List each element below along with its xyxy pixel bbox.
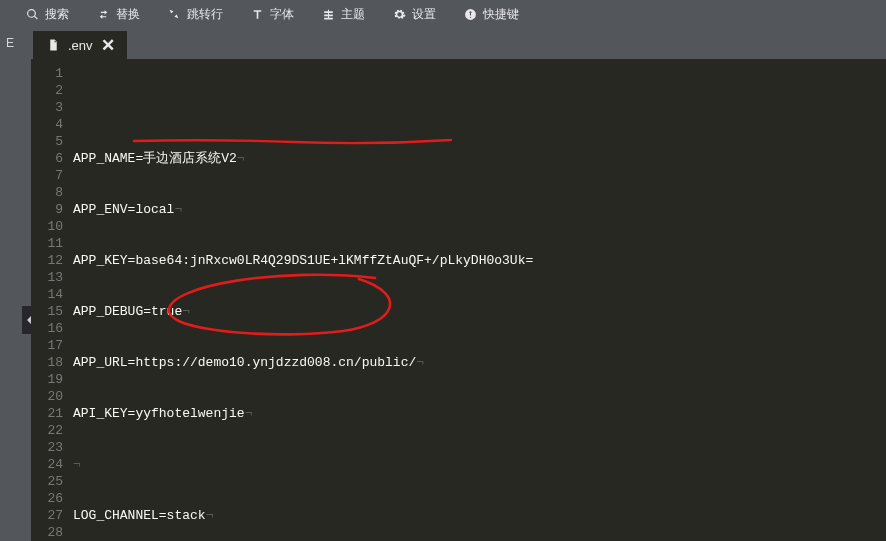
newline-icon: ¬ <box>416 355 424 370</box>
toolbar-shortcuts-button[interactable]: 快捷键 <box>450 0 533 28</box>
theme-icon <box>322 8 335 21</box>
newline-icon: ¬ <box>182 304 190 319</box>
tab-env[interactable]: .env ✕ <box>33 31 127 59</box>
newline-icon: ¬ <box>237 151 245 166</box>
gotoline-icon <box>168 8 181 21</box>
code-text: APP_KEY=base64:jnRxcw0LR4Q29DS1UE+lKMffZ… <box>73 253 533 268</box>
lineno: 18 <box>31 354 63 371</box>
lineno: 24 <box>31 456 63 473</box>
main-area: E .env ✕ 1 2 3 4 5 6 7 8 9 10 <box>0 28 886 541</box>
lineno: 23 <box>31 439 63 456</box>
sidebar-item-file[interactable]: E <box>0 28 31 58</box>
lineno: 19 <box>31 371 63 388</box>
lineno: 12 <box>31 252 63 269</box>
code-text: APP_ENV=local <box>73 202 174 217</box>
lineno: 6 <box>31 150 63 167</box>
code-text: APP_NAME=手边酒店系统V2 <box>73 151 237 166</box>
tab-filename: .env <box>68 38 93 53</box>
lineno: 14 <box>31 286 63 303</box>
lineno: 13 <box>31 269 63 286</box>
lineno: 15 <box>31 303 63 320</box>
lineno: 17 <box>31 337 63 354</box>
toolbar-gotoline-label: 跳转行 <box>187 6 223 23</box>
file-icon <box>47 38 60 52</box>
code-text: APP_URL=https://demo10.ynjdzzd008.cn/pub… <box>73 355 416 370</box>
toolbar-theme-button[interactable]: 主题 <box>308 0 379 28</box>
search-icon <box>26 8 39 21</box>
toolbar-search-label: 搜索 <box>45 6 69 23</box>
lineno: 3 <box>31 99 63 116</box>
newline-icon: ¬ <box>174 202 182 217</box>
newline-icon: ¬ <box>73 457 81 472</box>
toolbar: 搜索 替换 跳转行 字体 主题 设置 快捷键 <box>0 0 886 28</box>
replace-icon <box>97 8 110 21</box>
lineno: 1 <box>31 65 63 82</box>
gear-icon <box>393 8 406 21</box>
shortcuts-icon <box>464 8 477 21</box>
editor-area: .env ✕ 1 2 3 4 5 6 7 8 9 10 11 12 13 14 … <box>31 28 886 541</box>
lineno: 20 <box>31 388 63 405</box>
toolbar-font-button[interactable]: 字体 <box>237 0 308 28</box>
toolbar-search-button[interactable]: 搜索 <box>12 0 83 28</box>
lineno: 16 <box>31 320 63 337</box>
toolbar-replace-label: 替换 <box>116 6 140 23</box>
lineno: 26 <box>31 490 63 507</box>
font-icon <box>251 8 264 21</box>
lineno: 8 <box>31 184 63 201</box>
code-text: API_KEY=yyfhotelwenjie <box>73 406 245 421</box>
tabs: .env ✕ <box>31 28 886 59</box>
lineno: 9 <box>31 201 63 218</box>
lineno: 22 <box>31 422 63 439</box>
sidebar: E <box>0 28 31 541</box>
code-text: APP_DEBUG=true <box>73 304 182 319</box>
code[interactable]: APP_NAME=手边酒店系统V2¬ APP_ENV=local¬ APP_KE… <box>73 59 886 541</box>
toolbar-settings-label: 设置 <box>412 6 436 23</box>
lineno: 25 <box>31 473 63 490</box>
code-editor[interactable]: 1 2 3 4 5 6 7 8 9 10 11 12 13 14 15 16 1… <box>31 59 886 541</box>
lineno: 4 <box>31 116 63 133</box>
gutter: 1 2 3 4 5 6 7 8 9 10 11 12 13 14 15 16 1… <box>31 59 73 541</box>
code-text: LOG_CHANNEL=stack <box>73 508 206 523</box>
newline-icon: ¬ <box>245 406 253 421</box>
lineno: 5 <box>31 133 63 150</box>
lineno: 2 <box>31 82 63 99</box>
lineno: 21 <box>31 405 63 422</box>
lineno: 11 <box>31 235 63 252</box>
lineno: 27 <box>31 507 63 524</box>
newline-icon: ¬ <box>206 508 214 523</box>
toolbar-replace-button[interactable]: 替换 <box>83 0 154 28</box>
toolbar-gotoline-button[interactable]: 跳转行 <box>154 0 237 28</box>
toolbar-shortcuts-label: 快捷键 <box>483 6 519 23</box>
lineno: 10 <box>31 218 63 235</box>
lineno: 28 <box>31 524 63 541</box>
toolbar-theme-label: 主题 <box>341 6 365 23</box>
tab-close-button[interactable]: ✕ <box>101 37 115 54</box>
lineno: 7 <box>31 167 63 184</box>
toolbar-font-label: 字体 <box>270 6 294 23</box>
toolbar-settings-button[interactable]: 设置 <box>379 0 450 28</box>
